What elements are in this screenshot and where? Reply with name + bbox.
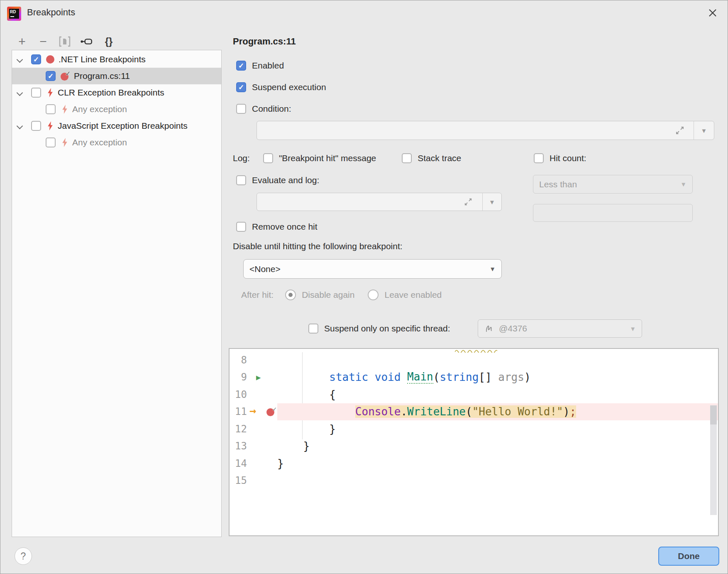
- tree-checkbox[interactable]: ✓: [31, 54, 41, 64]
- code-line-11: 11 → ✓ Console.WriteLine("Hello World!")…: [230, 403, 718, 421]
- line-number: 12: [230, 420, 247, 438]
- evaluate-field[interactable]: ▼: [257, 193, 502, 211]
- condition-row: Condition:: [236, 104, 291, 114]
- remove-once-hit-checkbox[interactable]: [236, 222, 246, 232]
- run-marker-icon[interactable]: ▶: [256, 373, 261, 382]
- tree-row-label: Any exception: [72, 137, 127, 147]
- tree-checkbox[interactable]: [31, 121, 41, 131]
- suspend-execution-label: Suspend execution: [252, 82, 326, 92]
- scrollbar-track[interactable]: [710, 424, 717, 515]
- hit-count-operator-dropdown[interactable]: Less than ▼: [533, 175, 693, 194]
- tree-row-label: CLR Exception Breakpoints: [58, 88, 164, 98]
- code-line-15: 15: [230, 472, 718, 490]
- evaluate-history-button[interactable]: ▼: [482, 193, 501, 211]
- rider-logo-text: RD: [10, 10, 16, 14]
- tree-row-clr-any-exception[interactable]: Any exception: [12, 101, 221, 118]
- link-breakpoint-button[interactable]: [80, 35, 93, 48]
- breakpoints-tree: ✓ .NET Line Breakpoints ✓ ✓ Program.cs:1…: [12, 50, 222, 537]
- disable-until-value: <None>: [249, 264, 281, 274]
- suspend-thread-row: Suspend only on specific thread:: [308, 324, 450, 334]
- condition-label: Condition:: [252, 104, 291, 114]
- done-button[interactable]: Done: [658, 547, 719, 566]
- thread-value: @4376: [499, 324, 527, 334]
- edit-description-button[interactable]: {}: [102, 35, 115, 48]
- hit-count-operator-value: Less than: [539, 179, 577, 189]
- condition-input[interactable]: [257, 121, 675, 140]
- suspend-thread-label: Suspend only on specific thread:: [324, 324, 450, 334]
- breakpoint-verified-icon[interactable]: ✓: [266, 407, 276, 416]
- code-line-12: 12 }: [230, 420, 718, 438]
- log-message-checkbox[interactable]: [263, 153, 273, 163]
- tree-row-label: Any exception: [72, 104, 127, 114]
- code-line-14: 14 }: [230, 455, 718, 472]
- rider-logo: RD: [7, 7, 21, 21]
- help-icon: ?: [21, 551, 26, 562]
- close-icon: [708, 8, 717, 17]
- stack-trace-checkbox[interactable]: [402, 153, 412, 163]
- help-button[interactable]: ?: [15, 547, 32, 565]
- chevron-down-icon: ▼: [489, 199, 495, 206]
- tree-row-label: .NET Line Breakpoints: [59, 54, 146, 64]
- tree-checkbox[interactable]: [31, 88, 41, 98]
- leave-enabled-radio[interactable]: [368, 289, 379, 300]
- hit-count-value-field[interactable]: [533, 204, 693, 222]
- minus-icon: −: [39, 34, 47, 49]
- breakpoint-icon: [46, 55, 54, 64]
- checkmark-icon: ✓: [33, 56, 39, 63]
- code-preview: 8 9 ▶ static void Main(string[] args) 10…: [229, 348, 719, 536]
- disable-again-radio[interactable]: [285, 289, 296, 300]
- disable-until-dropdown[interactable]: <None> ▼: [243, 259, 502, 279]
- evaluate-input[interactable]: [257, 193, 464, 211]
- log-row: Log: "Breakpoint hit" message Stack trac…: [233, 153, 461, 163]
- condition-field[interactable]: ▼: [257, 121, 714, 140]
- tree-checkbox[interactable]: [46, 104, 56, 114]
- chevron-down-icon[interactable]: [17, 123, 23, 129]
- close-button[interactable]: [705, 5, 720, 20]
- group-by-file-icon: [59, 36, 71, 47]
- remove-breakpoint-button[interactable]: −: [37, 35, 50, 48]
- remove-once-hit-row: Remove once hit: [236, 222, 318, 232]
- leave-enabled-label: Leave enabled: [384, 290, 442, 300]
- tree-row-label: Program.cs:11: [74, 71, 130, 81]
- tree-row-clr-exception-breakpoints[interactable]: CLR Exception Breakpoints: [12, 84, 221, 101]
- group-breakpoints-button[interactable]: [58, 35, 71, 48]
- condition-checkbox[interactable]: [236, 104, 246, 114]
- expand-editor-button[interactable]: [675, 126, 694, 135]
- tree-checkbox[interactable]: [46, 137, 56, 147]
- tree-row-net-line-breakpoints[interactable]: ✓ .NET Line Breakpoints: [12, 51, 221, 68]
- tree-checkbox[interactable]: ✓: [46, 71, 56, 81]
- scrollbar-thumb[interactable]: [710, 405, 717, 424]
- hit-count-checkbox[interactable]: [534, 153, 544, 163]
- chevron-down-icon[interactable]: [17, 90, 23, 96]
- expand-icon: [464, 198, 472, 206]
- line-number: 10: [230, 386, 247, 403]
- tree-row-js-exception-breakpoints[interactable]: JavaScript Exception Breakpoints: [12, 118, 221, 134]
- suspend-execution-checkbox[interactable]: ✓: [236, 82, 246, 92]
- remove-once-hit-label: Remove once hit: [252, 222, 318, 232]
- enabled-checkbox[interactable]: ✓: [236, 61, 246, 71]
- chevron-down-icon: ▼: [680, 181, 686, 188]
- hit-count-label: Hit count:: [550, 153, 586, 163]
- tree-row-program-cs-11[interactable]: ✓ ✓ Program.cs:11: [12, 68, 221, 84]
- tree-row-js-any-exception[interactable]: Any exception: [12, 134, 221, 151]
- chevron-down-icon[interactable]: [17, 57, 23, 63]
- suspend-thread-checkbox[interactable]: [308, 324, 318, 334]
- evaluate-and-log-checkbox[interactable]: [236, 175, 246, 185]
- expand-editor-button[interactable]: [464, 198, 482, 206]
- exception-breakpoint-icon: [61, 105, 68, 114]
- rider-logo-underscore: [10, 16, 14, 17]
- line-number: 11: [230, 403, 247, 421]
- code-line-10: 10 {: [230, 386, 718, 403]
- window-title: Breakpoints: [27, 7, 75, 18]
- code-line-13: 13 }: [230, 438, 718, 455]
- chevron-down-icon: ▼: [701, 127, 707, 134]
- disable-until-label: Disable until hitting the following brea…: [233, 241, 403, 251]
- log-label: Log:: [233, 153, 250, 163]
- thread-dropdown[interactable]: @4376 ▼: [478, 319, 642, 338]
- add-breakpoint-button[interactable]: +: [15, 35, 29, 48]
- expand-icon: [675, 126, 684, 135]
- condition-history-button[interactable]: ▼: [694, 121, 714, 140]
- plus-icon: +: [18, 34, 26, 49]
- breakpoint-verified-icon: ✓: [61, 71, 70, 81]
- enabled-label: Enabled: [252, 61, 284, 71]
